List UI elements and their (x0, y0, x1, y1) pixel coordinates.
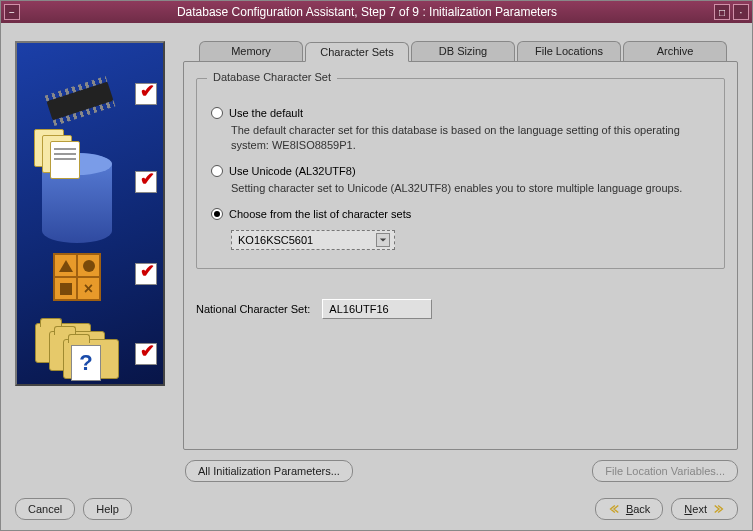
help-button[interactable]: Help (83, 498, 132, 520)
tab-character-sets[interactable]: Character Sets (305, 42, 409, 62)
window: − Database Configuration Assistant, Step… (0, 0, 753, 531)
radio-label: Use Unicode (AL32UTF8) (229, 165, 356, 177)
step-check-4 (135, 343, 157, 365)
step-check-2 (135, 171, 157, 193)
step-check-3 (135, 263, 157, 285)
radio-use-unicode[interactable]: Use Unicode (AL32UTF8) (211, 165, 710, 177)
next-button[interactable]: Next (671, 498, 738, 520)
folders-icon: ? (35, 323, 110, 379)
titlebar: − Database Configuration Assistant, Step… (1, 1, 752, 23)
national-charset-label: National Character Set: (196, 303, 310, 315)
national-charset-value: AL16UTF16 (329, 303, 388, 315)
wizard-sidebar: × ? (15, 41, 165, 450)
radio-use-default[interactable]: Use the default (211, 107, 710, 119)
national-charset-row: National Character Set: AL16UTF16 (196, 299, 725, 319)
tab-panel: Database Character Set Use the default T… (183, 61, 738, 450)
shapes-icon: × (53, 253, 128, 309)
file-location-variables-button[interactable]: File Location Variables... (592, 460, 738, 482)
tab-db-sizing[interactable]: DB Sizing (411, 41, 515, 61)
radio-label: Use the default (229, 107, 303, 119)
back-button[interactable]: Back (595, 498, 663, 520)
panel-buttons: All Initialization Parameters... File Lo… (15, 460, 738, 482)
use-unicode-description: Setting character set to Unicode (AL32UT… (231, 181, 710, 196)
radio-choose-list[interactable]: Choose from the list of character sets (211, 208, 710, 220)
next-label: Next (684, 503, 707, 515)
window-title: Database Configuration Assistant, Step 7… (20, 5, 714, 19)
cancel-button[interactable]: Cancel (15, 498, 75, 520)
back-label: Back (626, 503, 650, 515)
database-icon (42, 153, 117, 209)
charset-select[interactable]: KO16KSC5601 (231, 230, 395, 250)
question-page-icon: ? (71, 345, 101, 381)
chevron-left-icon (608, 504, 620, 514)
charset-select-value: KO16KSC5601 (238, 234, 313, 246)
tab-file-locations[interactable]: File Locations (517, 41, 621, 61)
wizard-footer: Cancel Help Back Next (15, 498, 738, 520)
radio-icon (211, 165, 223, 177)
window-iconify-button[interactable]: · (733, 4, 749, 20)
window-menu-button[interactable]: − (4, 4, 20, 20)
chip-icon (42, 73, 117, 129)
radio-icon (211, 107, 223, 119)
all-init-params-button[interactable]: All Initialization Parameters... (185, 460, 353, 482)
step-check-1 (135, 83, 157, 105)
use-default-description: The default character set for this datab… (231, 123, 710, 153)
national-charset-select[interactable]: AL16UTF16 (322, 299, 432, 319)
content-area: × ? Memory Character Sets (1, 23, 752, 530)
database-charset-fieldset: Database Character Set Use the default T… (196, 78, 725, 269)
chevron-down-icon (376, 233, 390, 247)
tab-memory[interactable]: Memory (199, 41, 303, 61)
tab-archive[interactable]: Archive (623, 41, 727, 61)
wizard-steps-graphic: × ? (15, 41, 165, 386)
window-maximize-button[interactable]: □ (714, 4, 730, 20)
chevron-right-icon (713, 504, 725, 514)
radio-icon (211, 208, 223, 220)
radio-label: Choose from the list of character sets (229, 208, 411, 220)
fieldset-legend: Database Character Set (207, 71, 337, 83)
tab-bar: Memory Character Sets DB Sizing File Loc… (183, 41, 738, 61)
